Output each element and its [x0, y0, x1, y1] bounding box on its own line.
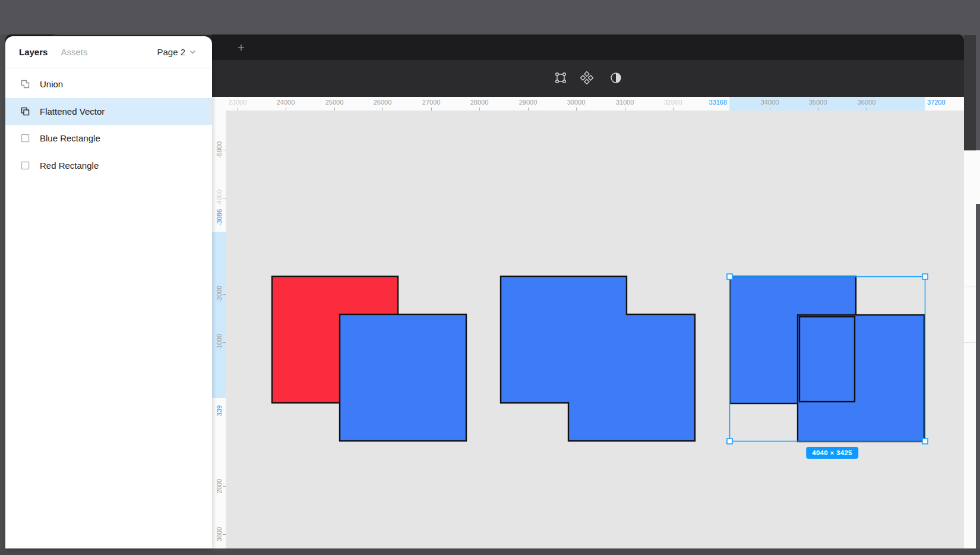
selection-dimensions-badge: 4040 × 3425 [806, 447, 858, 459]
flatten-icon[interactable] [577, 68, 597, 88]
edit-object-icon[interactable] [551, 68, 571, 88]
background-window-panel-edge [976, 150, 980, 204]
tab-layers[interactable]: Layers [19, 47, 48, 57]
canvas-shapes [226, 111, 964, 548]
layer-name: Union [40, 79, 63, 89]
selection-handle[interactable] [727, 274, 732, 279]
page-selector[interactable]: Page 2 [157, 47, 196, 57]
ruler-label-h: 34000 [761, 99, 779, 106]
ruler-label-h: 26000 [374, 99, 392, 106]
vertical-ruler[interactable]: -5000-4000-3086-2000-100033920003000 [212, 111, 226, 548]
layer-row-flattened-vector[interactable]: Flattened Vector [5, 98, 212, 125]
ruler-label-h: 32000 [664, 99, 682, 106]
union-icon [21, 80, 30, 89]
layers-panel-header: Layers Assets Page 2 [5, 36, 212, 68]
ruler-label-h: 23000 [229, 99, 247, 106]
flattened-vector-overlap[interactable] [799, 317, 855, 402]
ruler-label-v: 3000 [216, 527, 223, 541]
union-shape[interactable] [501, 276, 695, 441]
horizontal-ruler[interactable]: 2300024000250002600027000280002900030000… [212, 97, 964, 111]
flattened-vector-icon [21, 107, 30, 116]
canvas[interactable]: 4040 × 3425 [226, 111, 964, 548]
desktop-background-top [0, 0, 980, 34]
rectangle-icon [21, 134, 30, 143]
ruler-label-v: -5000 [216, 141, 223, 158]
page-selector-label: Page 2 [157, 47, 185, 57]
background-window-panel [964, 150, 976, 548]
chevron-down-icon [189, 50, 196, 54]
desktop-background-bottom [0, 548, 980, 555]
layer-row-blue-rectangle[interactable]: Blue Rectangle [5, 125, 212, 152]
ruler-label-v: -2000 [216, 286, 223, 302]
tab-assets[interactable]: Assets [61, 47, 87, 57]
ruler-label-h: 30000 [567, 99, 586, 106]
layers-panel: Layers Assets Page 2 Union Flattened Vec… [5, 36, 212, 548]
selection-handle[interactable] [727, 439, 732, 444]
ruler-selection-band-v [212, 232, 226, 398]
ruler-label-v: 2000 [216, 479, 223, 493]
rectangle-icon [21, 161, 30, 170]
ruler-label-h: 28000 [470, 99, 489, 106]
ruler-label-v: -4000 [216, 190, 223, 206]
selection-handle[interactable] [922, 439, 928, 444]
ruler-selection-band-h [729, 97, 925, 111]
ruler-label-h: 24000 [277, 99, 295, 106]
selection-handle[interactable] [922, 274, 928, 279]
ruler-label-h: 33168 [709, 99, 727, 106]
layer-name: Flattened Vector [40, 106, 105, 116]
layer-row-red-rectangle[interactable]: Red Rectangle [5, 152, 212, 179]
ruler-label-h: 35000 [809, 99, 827, 106]
ruler-label-h: 25000 [325, 99, 344, 106]
ruler-label-h: 36000 [858, 99, 876, 106]
layer-list: Union Flattened Vector Blue Rectangle Re… [5, 68, 212, 179]
new-tab-button[interactable]: + [234, 40, 248, 55]
mask-icon[interactable] [606, 68, 626, 88]
ruler-label-h: 31000 [616, 99, 634, 106]
ruler-label-v: -1000 [216, 334, 223, 351]
layer-row-union[interactable]: Union [5, 71, 212, 98]
background-window-dark [964, 35, 976, 150]
ruler-label-v: 339 [216, 405, 223, 416]
screen: + [0, 0, 980, 555]
ruler-label-v: -3086 [216, 209, 223, 226]
ruler-label-h: 37208 [927, 99, 946, 106]
layer-name: Red Rectangle [40, 160, 99, 171]
ruler-label-h: 27000 [422, 99, 441, 106]
ruler-label-h: 29000 [519, 99, 538, 106]
blue-rectangle[interactable] [340, 314, 466, 441]
layer-name: Blue Rectangle [40, 133, 100, 143]
